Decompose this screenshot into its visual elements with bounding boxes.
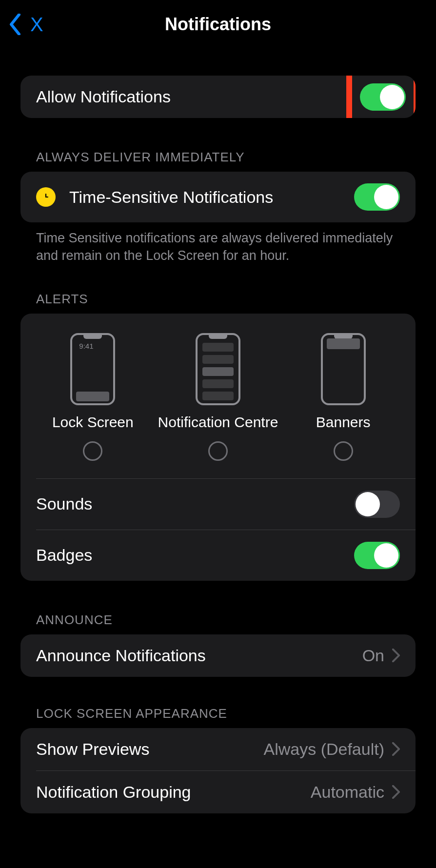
nav-bar: X Notifications — [0, 0, 436, 49]
highlight-box — [346, 76, 416, 118]
page-title: Notifications — [0, 14, 436, 35]
sounds-row: Sounds — [20, 479, 416, 530]
announce-label: Announce Notifications — [36, 646, 362, 665]
alert-options: 9:41 Lock Screen N — [20, 314, 416, 478]
notificationcentre-label: Notification Centre — [158, 414, 278, 431]
lock-appearance-card: Show Previews Always (Default) Notificat… — [20, 728, 416, 813]
badges-label: Badges — [36, 546, 354, 565]
time-sensitive-label: Time-Sensitive Notifications — [69, 188, 354, 207]
announce-value: On — [362, 646, 384, 665]
lock-appearance-header: LOCK SCREEN APPEARANCE — [20, 706, 416, 728]
alerts-header: ALERTS — [20, 292, 416, 314]
announce-header: ANNOUNCE — [20, 612, 416, 634]
time-sensitive-footer: Time Sensitive notifications are always … — [20, 222, 416, 265]
alert-option-banners[interactable]: Banners — [295, 333, 392, 461]
chevron-right-icon — [392, 785, 400, 799]
lockscreen-label: Lock Screen — [52, 414, 134, 431]
notification-grouping-label: Notification Grouping — [36, 783, 311, 802]
allow-notifications-label: Allow Notifications — [36, 87, 337, 106]
time-sensitive-toggle[interactable] — [354, 183, 400, 211]
alerts-card: 9:41 Lock Screen N — [20, 314, 416, 581]
time-sensitive-row: Time-Sensitive Notifications — [20, 172, 416, 222]
back-app-label: X — [30, 14, 43, 36]
lockscreen-radio[interactable] — [83, 441, 102, 461]
lockscreen-phone-icon: 9:41 — [70, 333, 115, 405]
notification-grouping-row[interactable]: Notification Grouping Automatic — [20, 771, 416, 813]
announce-card: Announce Notifications On — [20, 634, 416, 677]
badges-toggle[interactable] — [354, 542, 400, 569]
alert-option-lockscreen[interactable]: 9:41 Lock Screen — [44, 333, 141, 461]
deliver-header: ALWAYS DELIVER IMMEDIATELY — [20, 150, 416, 172]
chevron-right-icon — [392, 742, 400, 756]
banners-radio[interactable] — [334, 441, 353, 461]
show-previews-value: Always (Default) — [263, 740, 384, 759]
chevron-right-icon — [392, 649, 400, 662]
badges-row: Badges — [20, 530, 416, 581]
back-button[interactable]: X — [9, 14, 43, 36]
clock-icon — [36, 187, 56, 207]
allow-notifications-toggle[interactable] — [360, 83, 406, 111]
banners-phone-icon — [321, 333, 366, 405]
sounds-toggle[interactable] — [354, 491, 400, 518]
notificationcentre-phone-icon — [196, 333, 240, 405]
time-sensitive-card: Time-Sensitive Notifications — [20, 172, 416, 222]
sounds-label: Sounds — [36, 494, 354, 513]
alert-option-notificationcentre[interactable]: Notification Centre — [169, 333, 267, 461]
show-previews-label: Show Previews — [36, 740, 263, 759]
back-chevron-icon — [9, 14, 21, 35]
announce-row[interactable]: Announce Notifications On — [20, 634, 416, 677]
show-previews-row[interactable]: Show Previews Always (Default) — [20, 728, 416, 770]
banners-label: Banners — [316, 414, 371, 431]
notification-grouping-value: Automatic — [311, 783, 384, 802]
allow-notifications-card: Allow Notifications — [20, 76, 416, 118]
notificationcentre-radio[interactable] — [208, 441, 228, 461]
